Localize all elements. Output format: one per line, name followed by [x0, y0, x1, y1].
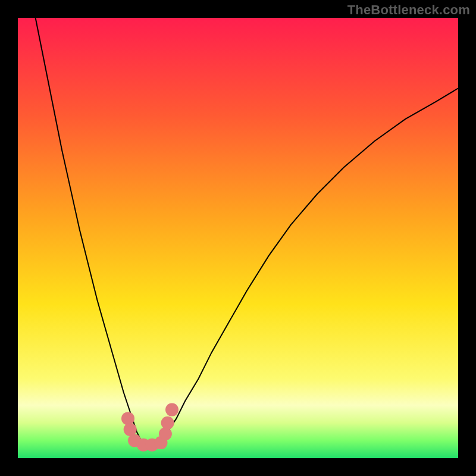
data-marker	[165, 403, 178, 416]
plot-area	[18, 18, 458, 458]
data-marker	[161, 416, 174, 430]
data-marker	[121, 412, 134, 425]
curve-right	[163, 88, 458, 440]
chart-frame: TheBottleneck.com	[0, 0, 476, 476]
watermark-text: TheBottleneck.com	[347, 2, 470, 18]
curve-layer	[18, 18, 458, 458]
data-marker	[159, 427, 172, 440]
curve-left	[36, 18, 142, 440]
